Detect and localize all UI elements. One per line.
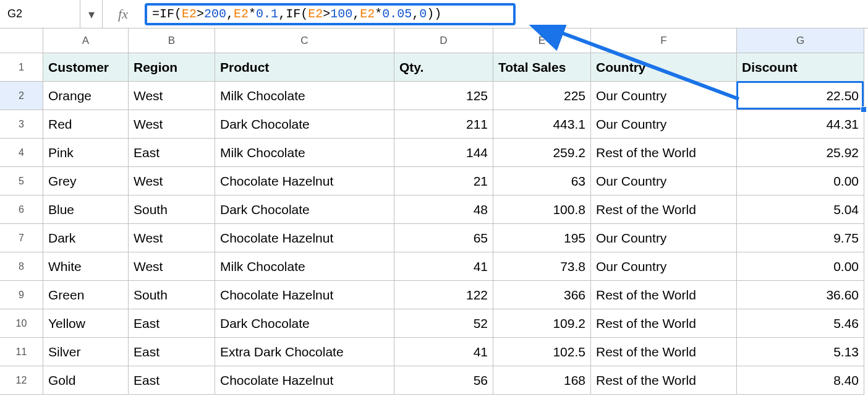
cell-F7[interactable]: Our Country: [591, 224, 737, 252]
cell-E3[interactable]: 443.1: [493, 110, 591, 139]
cell-C10[interactable]: Dark Chocolate: [215, 309, 394, 338]
cell-B12[interactable]: East: [129, 366, 215, 395]
cell-D6[interactable]: 48: [394, 196, 493, 224]
cell-C11[interactable]: Extra Dark Chocolate: [215, 338, 394, 366]
row-header-2[interactable]: 2: [0, 82, 43, 110]
cell-E12[interactable]: 168: [493, 366, 591, 395]
cell-B9[interactable]: South: [129, 281, 215, 309]
cell-G8[interactable]: 0.00: [737, 252, 864, 281]
formula-input[interactable]: =IF(E2>200,E2*0.1,IF(E2>100,E2*0.05,0)): [145, 3, 516, 25]
cell-C4[interactable]: Milk Chocolate: [215, 139, 394, 167]
cell-B3[interactable]: West: [129, 110, 215, 139]
header-cell-B[interactable]: Region: [129, 53, 215, 82]
col-header-B[interactable]: B: [129, 28, 215, 53]
cell-E11[interactable]: 102.5: [493, 338, 591, 366]
cell-A9[interactable]: Green: [43, 281, 129, 309]
select-all-corner[interactable]: [0, 28, 43, 53]
header-cell-E[interactable]: Total Sales: [493, 53, 591, 82]
cell-B10[interactable]: East: [129, 309, 215, 338]
col-header-E[interactable]: E: [493, 28, 591, 53]
header-cell-D[interactable]: Qty.: [394, 53, 493, 82]
cell-G2[interactable]: 22.50: [737, 82, 864, 110]
col-header-A[interactable]: A: [43, 28, 129, 53]
cell-D12[interactable]: 56: [394, 366, 493, 395]
cell-D10[interactable]: 52: [394, 309, 493, 338]
row-header-1[interactable]: 1: [0, 53, 43, 82]
cell-A10[interactable]: Yellow: [43, 309, 129, 338]
cell-G10[interactable]: 5.46: [737, 309, 864, 338]
cell-G11[interactable]: 5.13: [737, 338, 864, 366]
row-header-11[interactable]: 11: [0, 338, 43, 366]
col-header-G[interactable]: G: [737, 28, 864, 53]
cell-G6[interactable]: 5.04: [737, 196, 864, 224]
row-header-3[interactable]: 3: [0, 110, 43, 139]
cell-C3[interactable]: Dark Chocolate: [215, 110, 394, 139]
cell-A2[interactable]: Orange: [43, 82, 129, 110]
cell-B7[interactable]: West: [129, 224, 215, 252]
cell-D4[interactable]: 144: [394, 139, 493, 167]
row-header-12[interactable]: 12: [0, 366, 43, 395]
cell-A7[interactable]: Dark: [43, 224, 129, 252]
cell-E4[interactable]: 259.2: [493, 139, 591, 167]
cell-G5[interactable]: 0.00: [737, 167, 864, 196]
cell-A3[interactable]: Red: [43, 110, 129, 139]
cell-E10[interactable]: 109.2: [493, 309, 591, 338]
cell-C6[interactable]: Dark Chocolate: [215, 196, 394, 224]
cell-C7[interactable]: Chocolate Hazelnut: [215, 224, 394, 252]
cell-B8[interactable]: West: [129, 252, 215, 281]
cell-E5[interactable]: 63: [493, 167, 591, 196]
cell-E6[interactable]: 100.8: [493, 196, 591, 224]
cell-F5[interactable]: Our Country: [591, 167, 737, 196]
cell-A5[interactable]: Grey: [43, 167, 129, 196]
cell-D9[interactable]: 122: [394, 281, 493, 309]
header-cell-G[interactable]: Discount: [737, 53, 864, 82]
cell-G4[interactable]: 25.92: [737, 139, 864, 167]
col-header-C[interactable]: C: [215, 28, 394, 53]
cell-D3[interactable]: 211: [394, 110, 493, 139]
cell-G3[interactable]: 44.31: [737, 110, 864, 139]
cell-G9[interactable]: 36.60: [737, 281, 864, 309]
cell-B6[interactable]: South: [129, 196, 215, 224]
row-header-4[interactable]: 4: [0, 139, 43, 167]
cell-F6[interactable]: Rest of the World: [591, 196, 737, 224]
row-header-7[interactable]: 7: [0, 224, 43, 252]
cell-F10[interactable]: Rest of the World: [591, 309, 737, 338]
cell-C8[interactable]: Milk Chocolate: [215, 252, 394, 281]
cell-D2[interactable]: 125: [394, 82, 493, 110]
cell-B11[interactable]: East: [129, 338, 215, 366]
header-cell-C[interactable]: Product: [215, 53, 394, 82]
cell-F11[interactable]: Rest of the World: [591, 338, 737, 366]
col-header-F[interactable]: F: [591, 28, 737, 53]
formula-bar[interactable]: =IF(E2>200,E2*0.1,IF(E2>100,E2*0.05,0)): [143, 0, 533, 28]
cell-D7[interactable]: 65: [394, 224, 493, 252]
cell-F8[interactable]: Our Country: [591, 252, 737, 281]
cell-C2[interactable]: Milk Chocolate: [215, 82, 394, 110]
header-cell-F[interactable]: Country: [591, 53, 737, 82]
row-header-8[interactable]: 8: [0, 252, 43, 281]
col-header-D[interactable]: D: [394, 28, 493, 53]
cell-F9[interactable]: Rest of the World: [591, 281, 737, 309]
cell-C9[interactable]: Chocolate Hazelnut: [215, 281, 394, 309]
cell-E8[interactable]: 73.8: [493, 252, 591, 281]
row-header-9[interactable]: 9: [0, 281, 43, 309]
cell-E2[interactable]: 225: [493, 82, 591, 110]
cell-F4[interactable]: Rest of the World: [591, 139, 737, 167]
cell-G7[interactable]: 9.75: [737, 224, 864, 252]
row-header-5[interactable]: 5: [0, 167, 43, 196]
name-box[interactable]: G2: [0, 0, 80, 28]
cell-A12[interactable]: Gold: [43, 366, 129, 395]
cell-E9[interactable]: 366: [493, 281, 591, 309]
cell-A6[interactable]: Blue: [43, 196, 129, 224]
cell-A4[interactable]: Pink: [43, 139, 129, 167]
cell-C5[interactable]: Chocolate Hazelnut: [215, 167, 394, 196]
row-header-6[interactable]: 6: [0, 196, 43, 224]
cell-F3[interactable]: Our Country: [591, 110, 737, 139]
cell-A11[interactable]: Silver: [43, 338, 129, 366]
cell-G12[interactable]: 8.40: [737, 366, 864, 395]
cell-B4[interactable]: East: [129, 139, 215, 167]
name-box-dropdown[interactable]: ▾: [80, 0, 103, 28]
cell-F12[interactable]: Rest of the World: [591, 366, 737, 395]
cell-D5[interactable]: 21: [394, 167, 493, 196]
cell-D11[interactable]: 41: [394, 338, 493, 366]
cell-F2[interactable]: Our Country: [591, 82, 737, 110]
